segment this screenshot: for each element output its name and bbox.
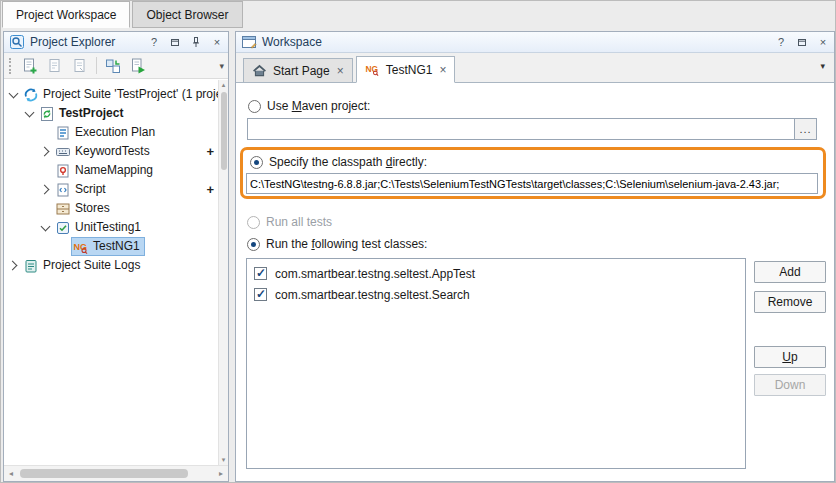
svg-text:NG: NG	[74, 242, 88, 252]
pin-icon[interactable]	[188, 35, 204, 50]
chevron-spacer	[40, 127, 51, 138]
project-explorer-panel: Project Explorer ? × ▾ Project Suite 'Te…	[3, 31, 229, 482]
project-explorer-title: Project Explorer	[30, 35, 141, 49]
tree-item-project-suite[interactable]: Project Suite 'TestProject' (1 project)	[4, 85, 218, 104]
tab-list-dropdown-icon[interactable]: ▾	[820, 61, 825, 71]
project-explorer-header: Project Explorer ? ×	[4, 32, 228, 53]
name-mapping-icon	[55, 163, 71, 179]
help-button[interactable]: ?	[773, 35, 789, 50]
unit-testing-icon	[55, 220, 71, 236]
workspace-icon	[241, 34, 257, 50]
help-button[interactable]: ?	[146, 35, 162, 50]
classpath-input[interactable]	[247, 174, 817, 193]
close-icon[interactable]: ×	[815, 35, 831, 50]
chevron-right-icon[interactable]	[40, 184, 51, 195]
selected-tree-item[interactable]: NG TestNG1	[71, 237, 145, 256]
tree-item-testproject[interactable]: TestProject	[4, 104, 218, 123]
tree-item-script[interactable]: Script +	[4, 180, 218, 199]
add-keyword-test-button[interactable]: +	[206, 142, 214, 161]
list-item[interactable]: com.smartbear.testng.seltest.AppTest	[247, 263, 745, 284]
chevron-spacer	[40, 165, 51, 176]
scroll-left-icon[interactable]: ◂	[4, 466, 18, 481]
float-window-icon[interactable]	[794, 35, 810, 50]
radio-icon[interactable]	[248, 100, 261, 113]
tree-item-label: TestNG1	[93, 237, 140, 256]
add-existing-item-icon[interactable]	[44, 55, 66, 77]
tree-item-label: Execution Plan	[75, 123, 155, 142]
up-button[interactable]: Up	[754, 346, 826, 368]
tree-item-testng1[interactable]: NG TestNG1	[4, 237, 218, 256]
project-suite-icon	[23, 87, 39, 103]
tree-item-unittesting1[interactable]: UnitTesting1	[4, 218, 218, 237]
list-item[interactable]: com.smartbear.testng.seltest.Search	[247, 284, 745, 305]
tab-label: Start Page	[273, 64, 330, 78]
project-explorer-icon	[9, 34, 25, 50]
workspace-header: Workspace ? ×	[236, 32, 834, 53]
testng-editor: Use Maven project: ... Specify the class…	[236, 83, 834, 481]
tab-project-workspace[interactable]: Project Workspace	[2, 1, 130, 28]
run-all-tests-radio: Run all tests	[247, 214, 332, 230]
tree-item-label: TestProject	[59, 104, 123, 123]
tree-item-execution-plan[interactable]: Execution Plan	[4, 123, 218, 142]
browse-button[interactable]: ...	[794, 119, 816, 139]
add-button[interactable]: Add	[754, 261, 826, 283]
radio-label: Run the following test classes:	[266, 237, 427, 251]
chevron-right-icon[interactable]	[40, 146, 51, 157]
tab-start-page[interactable]: Start Page ×	[243, 58, 353, 82]
horizontal-scrollbar[interactable]: ◂ ▸	[4, 465, 228, 481]
toolbar-grip[interactable]	[9, 58, 13, 74]
specify-classpath-radio[interactable]: Specify the classpath directly:	[250, 154, 427, 170]
scroll-up-icon[interactable]: ▴	[219, 80, 228, 90]
chevron-down-icon[interactable]	[8, 89, 19, 100]
item-templates-icon[interactable]	[69, 55, 91, 77]
add-new-item-icon[interactable]	[19, 55, 41, 77]
tree-item-stores[interactable]: Stores	[4, 199, 218, 218]
remove-button[interactable]: Remove	[754, 291, 826, 313]
add-script-button[interactable]: +	[206, 180, 214, 199]
chevron-right-icon[interactable]	[8, 260, 19, 271]
toolbar-more-dropdown-icon[interactable]: ▾	[219, 61, 224, 71]
home-icon	[252, 63, 267, 78]
organize-tests-icon[interactable]	[102, 55, 124, 77]
tree-item-keywordtests[interactable]: KeywordTests +	[4, 142, 218, 161]
radio-label: Use Maven project:	[267, 99, 370, 113]
vertical-scrollbar[interactable]: ▴ ▾	[218, 80, 228, 465]
chevron-down-icon[interactable]	[40, 222, 51, 233]
tab-object-browser-label: Object Browser	[146, 8, 228, 22]
project-tree: Project Suite 'TestProject' (1 project) …	[4, 80, 218, 465]
scroll-right-icon[interactable]: ▸	[214, 466, 228, 481]
app-window: Project Workspace Object Browser Project…	[0, 0, 836, 483]
svg-text:NG: NG	[365, 64, 378, 74]
logs-icon	[23, 258, 39, 274]
maven-project-path-input[interactable]	[248, 119, 794, 139]
radio-icon[interactable]	[247, 238, 260, 251]
down-button: Down	[754, 374, 826, 396]
tab-testng1[interactable]: NG TestNG1 ×	[356, 56, 456, 83]
vertical-scroll-thumb[interactable]	[221, 92, 227, 170]
close-tab-icon[interactable]: ×	[439, 63, 446, 77]
checkbox-checked-icon[interactable]	[254, 267, 267, 280]
test-class-label: com.smartbear.testng.seltest.Search	[275, 288, 470, 302]
test-classes-list[interactable]: com.smartbear.testng.seltest.AppTest com…	[246, 258, 746, 469]
chevron-spacer	[40, 203, 51, 214]
testng-icon: NG	[365, 62, 380, 77]
chevron-down-icon[interactable]	[24, 108, 35, 119]
float-window-icon[interactable]	[167, 35, 183, 50]
tree-item-namemapping[interactable]: NameMapping	[4, 161, 218, 180]
use-maven-project-radio[interactable]: Use Maven project:	[248, 98, 370, 114]
workspace-panel: Workspace ? × Start Page × NG TestNG1 × …	[235, 31, 835, 482]
close-icon[interactable]: ×	[209, 35, 225, 50]
run-project-icon[interactable]	[127, 55, 149, 77]
horizontal-scroll-thumb[interactable]	[20, 469, 188, 478]
close-tab-icon[interactable]: ×	[337, 64, 344, 78]
tab-object-browser[interactable]: Object Browser	[132, 1, 242, 28]
maven-project-path-field[interactable]: ...	[247, 118, 817, 140]
run-test-classes-radio[interactable]: Run the following test classes:	[247, 236, 427, 252]
radio-icon[interactable]	[250, 156, 263, 169]
classpath-field[interactable]	[246, 173, 818, 194]
checkbox-checked-icon[interactable]	[254, 288, 267, 301]
tree-item-label: KeywordTests	[75, 142, 150, 161]
tree-item-label: Stores	[75, 199, 110, 218]
tree-item-project-suite-logs[interactable]: Project Suite Logs	[4, 256, 218, 275]
scroll-down-icon[interactable]: ▾	[219, 455, 228, 465]
